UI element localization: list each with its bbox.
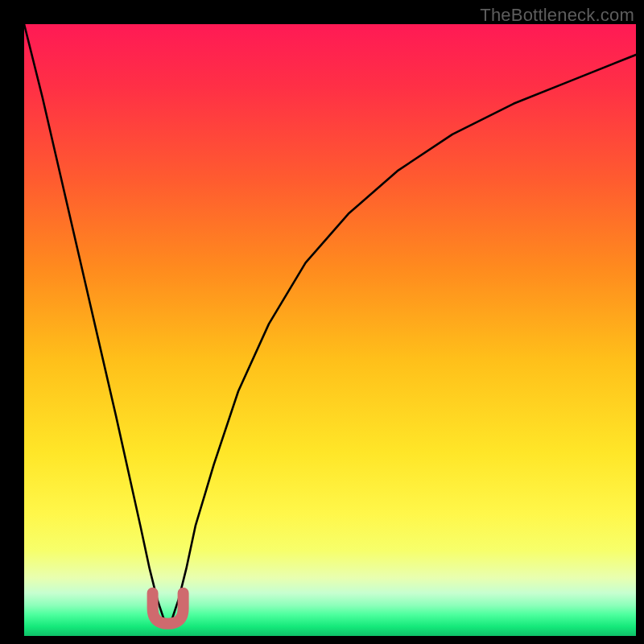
gradient-background xyxy=(24,24,636,636)
bottleneck-plot xyxy=(24,24,636,636)
chart-frame: TheBottleneck.com xyxy=(0,0,644,644)
watermark-text: TheBottleneck.com xyxy=(480,5,634,26)
